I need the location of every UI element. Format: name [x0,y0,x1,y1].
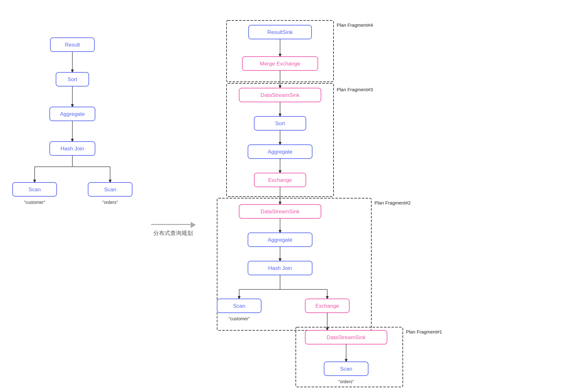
right-aggregate2-label: Aggregate [268,237,292,243]
right-plan: Plan Fragment#4 ResultSink Merge Exchang… [208,9,556,388]
fragment4-label: Plan Fragment#4 [337,22,373,28]
right-datastreamsink3-label: DataStreamSink [261,92,300,98]
right-datastreamsink2-label: DataStreamSink [261,209,300,215]
fragment2-label: Plan Fragment#2 [374,200,411,205]
right-orders2-table-label: "orders" [338,379,354,384]
left-orders-table-label: "orders" [102,200,118,205]
right-aggregate3-label: Aggregate [268,149,292,155]
right-scan-orders2-label: Scan [340,366,352,372]
right-scan-customer2-label: Scan [233,303,245,309]
left-hashjoin-label: Hash Join [60,146,84,152]
right-resultsink-label: ResultSink [267,29,293,35]
main-container: Result Sort Aggregate Hash Join Scan Sca… [0,0,562,392]
right-exchange2-label: Exchange [315,303,339,309]
fragment1-label: Plan Fragment#1 [406,329,442,334]
right-exchange3-label: Exchange [268,177,292,183]
right-sort3-label: Sort [275,120,285,126]
left-result-label: Result [65,42,80,48]
transform-label: 分布式查询规划 [153,229,193,237]
left-scan-customer-label: Scan [29,187,41,193]
right-customer2-table-label: "customer" [228,316,250,321]
right-datastreamsink1-label: DataStreamSink [327,334,366,340]
left-sort-label: Sort [67,76,77,82]
left-aggregate-label: Aggregate [60,111,85,117]
left-scan-orders-label: Scan [104,187,116,193]
right-hashjoin2-label: Hash Join [268,265,292,271]
left-customer-table-label: "customer" [24,200,45,205]
right-mergeexchange-label: Merge Exchange [260,61,301,67]
transform-arrow: 分布式查询规划 [151,224,195,237]
arrow-line [151,224,195,225]
left-plan: Result Sort Aggregate Hash Join Scan Sca… [6,9,138,388]
transform-area: 分布式查询规划 [138,9,208,388]
fragment3-label: Plan Fragment#3 [337,87,373,92]
